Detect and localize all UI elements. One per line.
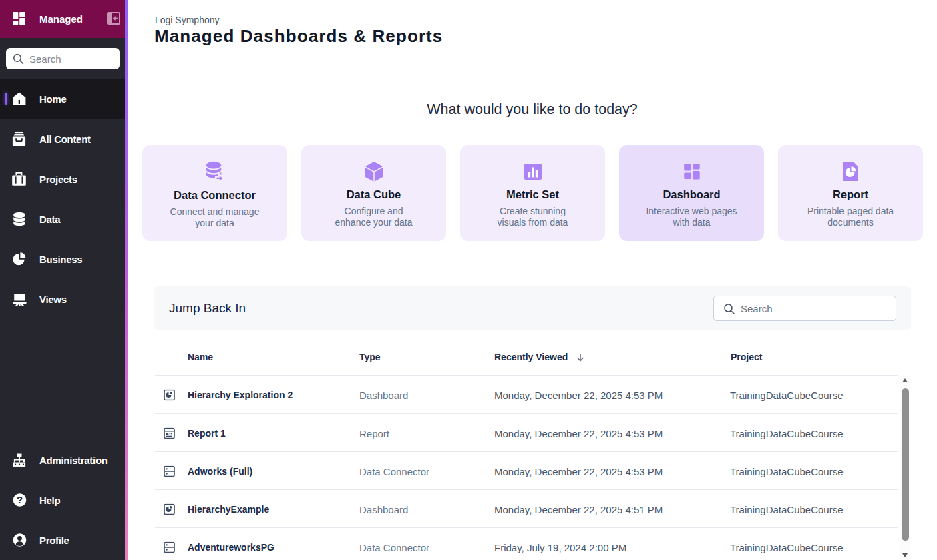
svg-text:?: ? (17, 494, 23, 505)
